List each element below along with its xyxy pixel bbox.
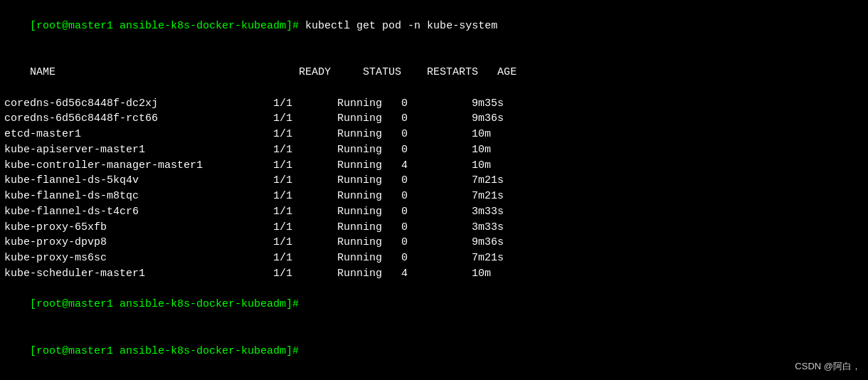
pod-row-8: kube-flannel-ds-t4cr6 1/1 Running 0 3m33…: [4, 204, 864, 220]
terminal-line-1: [root@master1 ansible-k8s-docker-kubeadm…: [4, 3, 864, 49]
pod-row-3: etcd-master1 1/1 Running 0 10m: [4, 127, 864, 142]
pod-row-1: coredns-6d56c8448f-dc2xj 1/1 Running 0 9…: [4, 96, 864, 112]
pod-row-5: kube-controller-manager-master1 1/1 Runn…: [4, 158, 864, 174]
pod-row-11: kube-proxy-ms6sc 1/1 Running 0 7m21s: [4, 250, 864, 266]
pod-row-12: kube-scheduler-master1 1/1 Running 4 10m: [4, 266, 864, 282]
watermark: CSDN @阿白，: [795, 360, 861, 373]
pod-row-4: kube-apiserver-master1 1/1 Running 0 10m: [4, 142, 864, 158]
pod-row-10: kube-proxy-dpvp8 1/1 Running 0 9m36s: [4, 235, 864, 250]
prompt-1: [root@master1 ansible-k8s-docker-kubeadm…: [30, 20, 305, 32]
prompt-empty-1: [root@master1 ansible-k8s-docker-kubeadm…: [4, 282, 864, 328]
terminal: [root@master1 ansible-k8s-docker-kubeadm…: [0, 0, 868, 380]
col-name: NAME READY STATUS RESTARTS AGE: [30, 66, 517, 78]
pod-row-2: coredns-6d56c8448f-rct66 1/1 Running 0 9…: [4, 111, 864, 127]
pod-row-7: kube-flannel-ds-m8tqc 1/1 Running 0 7m21…: [4, 189, 864, 204]
pod-row-9: kube-proxy-65xfb 1/1 Running 0 3m33s: [4, 220, 864, 236]
pod-row-6: kube-flannel-ds-5kq4v 1/1 Running 0 7m21…: [4, 173, 864, 189]
prompt-empty-2: [root@master1 ansible-k8s-docker-kubeadm…: [4, 328, 864, 374]
get-node-cmd-line: [root@master1 ansible-k8s-docker-kubeadm…: [4, 374, 864, 380]
pod-table-header: NAME READY STATUS RESTARTS AGE: [4, 49, 864, 95]
cmd-1: kubectl get pod -n kube-system: [305, 20, 497, 32]
